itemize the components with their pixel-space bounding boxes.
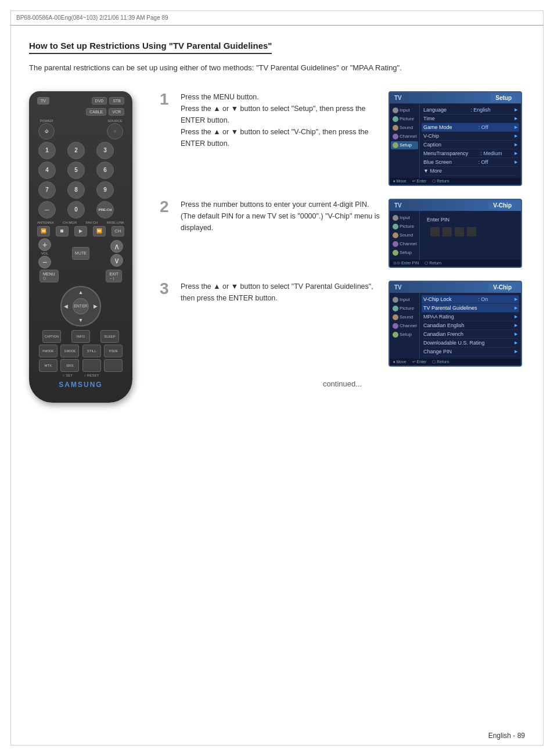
pmode-button[interactable]: P.MODE (39, 345, 57, 357)
s3-menu-mpaa: MPAA Rating ▶ (423, 313, 517, 321)
s2-sidebar-input: Input (391, 214, 418, 222)
ch-down-button[interactable]: ∨ (110, 254, 123, 267)
tab-vcr[interactable]: VCR (109, 108, 124, 116)
step-1-text: Press the MENU button. Press the ▲ or ▼ … (181, 91, 380, 149)
s3-channel-icon (393, 323, 398, 329)
steps-col: 1 Press the MENU button. Press the ▲ or … (160, 91, 525, 388)
num-5-button[interactable]: 5 (67, 162, 85, 179)
num-0-button[interactable]: 0 (67, 201, 85, 218)
vol-ch-row: + VOL − MUTE ∧ ∨ (35, 238, 127, 268)
bluescreen-value: : Off (479, 159, 488, 165)
bluescreen-arrow: ▶ (515, 160, 517, 164)
smode-button[interactable]: S.MODE (60, 345, 79, 357)
num-6-button[interactable]: 6 (96, 162, 114, 179)
s2-picture-label: Picture (400, 224, 414, 229)
stop-button[interactable]: ⏹ (56, 226, 69, 237)
tvguidelines-name: TV Parental Guidelines (423, 305, 477, 311)
play-button[interactable]: ▶ (74, 226, 87, 237)
num-1-button[interactable]: 1 (38, 142, 56, 159)
step-2-screen: TV V-Chip Input Pict (388, 199, 525, 270)
num-dash-button[interactable]: — (38, 201, 56, 218)
remote-btn-group2: CABLE VCR (86, 108, 124, 116)
tv-screen3-label: TV (394, 284, 402, 291)
num-7-button[interactable]: 7 (38, 181, 56, 199)
nav-circle[interactable]: ▲ ▼ ◀ ▶ ENTER (60, 286, 101, 327)
power-label: POWER (40, 119, 53, 123)
sleep-button[interactable]: SLEEP (100, 330, 119, 343)
ch-up-button[interactable]: ∧ (110, 240, 123, 253)
s3-setup-icon (393, 332, 398, 338)
num-4-button[interactable]: 4 (38, 162, 56, 179)
transparency-name: MenuTransparency (423, 151, 468, 156)
chmgr-label: CH.MGR (63, 221, 77, 224)
s2-sidebar-channel: Channel (391, 240, 418, 248)
psize-button[interactable]: P.SIZE (104, 345, 123, 357)
ch-button[interactable]: CH (111, 226, 124, 237)
tv-screen1-footer: ♦ Move ↵ Enter ⬡ Return (390, 178, 521, 185)
menu-time: Time ▶ (423, 114, 517, 123)
canenglish-name: Canadian English (423, 323, 465, 328)
tvguidelines-arrow: ▶ (515, 306, 517, 310)
num-9-button[interactable]: 9 (96, 181, 114, 199)
vol-down-button[interactable]: − (38, 256, 51, 268)
page-footer: English - 89 (488, 732, 525, 740)
pre-ch-button[interactable]: PRE-CH (96, 201, 114, 218)
num-8-button[interactable]: 8 (67, 181, 85, 199)
tab-stb[interactable]: STB (109, 97, 124, 105)
power-button[interactable]: ⏻ (38, 123, 55, 139)
remote-top2: CABLE VCR (35, 108, 127, 116)
enter-button[interactable]: ENTER (73, 298, 89, 314)
footer-enter: ↵ Enter (412, 179, 427, 184)
step-1-screen: TV Setup Input Pictu (388, 91, 525, 188)
sound-icon (393, 125, 398, 131)
continued-text: continued... (160, 379, 525, 388)
nav-left-arrow[interactable]: ◀ (64, 303, 68, 309)
vchiplock-name: V-Chip Lock (423, 296, 452, 302)
s3-menu-changepin: Change PIN ▶ (423, 347, 517, 356)
s3-sidebar-picture: Picture (391, 304, 418, 313)
canfrench-arrow: ▶ (515, 332, 517, 336)
num-2-button[interactable]: 2 (67, 142, 85, 159)
ff-button[interactable]: ⏩ (93, 226, 106, 237)
num-pad: 1 2 3 4 5 6 7 8 9 — 0 PRE-CH (38, 142, 123, 218)
header-bar: BP68-00586A-00Eng(084~103) 2/21/06 11:39… (10, 10, 544, 26)
tab-dvd[interactable]: DVD (92, 97, 107, 105)
tab-tv[interactable]: TV (37, 97, 49, 105)
nav-right-arrow[interactable]: ▶ (93, 303, 98, 309)
s3-picture-label: Picture (400, 306, 414, 311)
channel-icon (393, 134, 398, 139)
menu-bluescreen: Blue Screen : Off ▶ (423, 158, 517, 167)
intro-text: The parental restrictions can be set up … (29, 62, 525, 74)
s3-input-label: Input (400, 297, 410, 302)
s3-sidebar-sound: Sound (391, 313, 418, 321)
caption-arrow: ▶ (515, 142, 517, 147)
tv-screen3-title: V-Chip (488, 284, 516, 291)
sidebar-channel-label: Channel (400, 134, 417, 139)
mtx-button[interactable]: MTX (39, 359, 57, 372)
vchiplock-value: : On (478, 296, 488, 302)
caption-button[interactable]: CAPTION (42, 330, 61, 343)
sidebar-input: Input (391, 106, 418, 114)
srs-button[interactable]: SRS (60, 359, 79, 372)
info-button[interactable]: INFO (71, 330, 90, 343)
mtx-srs-row: MTX SRS (35, 359, 127, 372)
s2-sound-label: Sound (400, 232, 413, 238)
remote-top: TV DVD STB (35, 97, 127, 105)
source-button[interactable]: ○ (107, 123, 123, 139)
menu-button[interactable]: MENU⬡ (39, 270, 59, 282)
rew-button[interactable]: ⏪ (37, 226, 50, 237)
tab-cable[interactable]: CABLE (86, 108, 106, 116)
mute-button[interactable]: MUTE (72, 247, 89, 260)
nav-down-arrow[interactable]: ▼ (78, 317, 84, 323)
canfrench-name: Canadian French (423, 331, 463, 337)
nav-up-arrow[interactable]: ▲ (78, 289, 84, 295)
vol-up-button[interactable]: + (38, 238, 51, 251)
tv-screen3-header: TV V-Chip (390, 282, 521, 293)
still-button[interactable]: STILL (82, 345, 101, 357)
caption-info-sleep-row: CAPTION INFO SLEEP (35, 330, 127, 343)
s2-sound-icon (393, 232, 398, 238)
s3-footer-enter: ↵ Enter (412, 360, 427, 364)
num-3-button[interactable]: 3 (96, 142, 114, 159)
tv-screen3-body: Input Picture Sound (390, 293, 521, 359)
exit-button[interactable]: EXIT←| (106, 270, 122, 282)
